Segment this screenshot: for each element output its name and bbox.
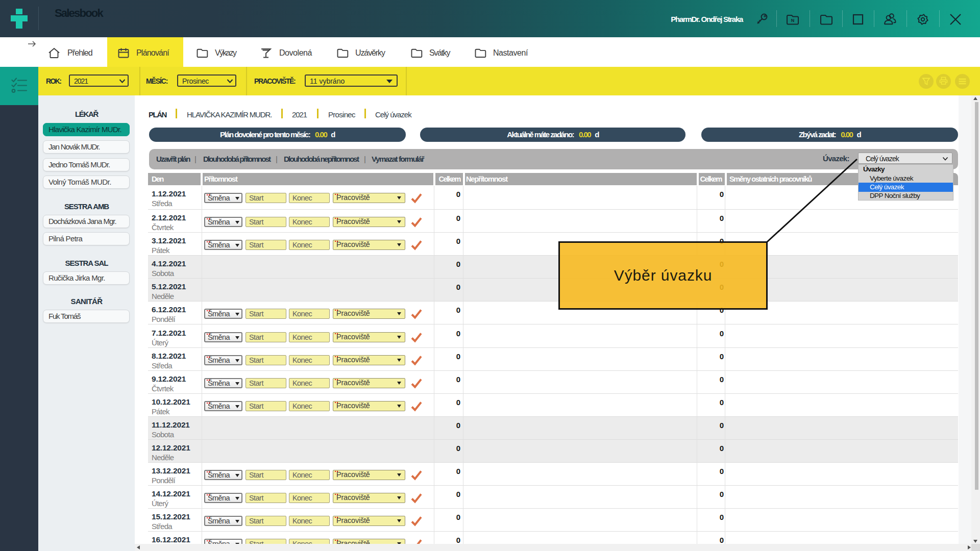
svg-text:N: N [791, 18, 795, 23]
